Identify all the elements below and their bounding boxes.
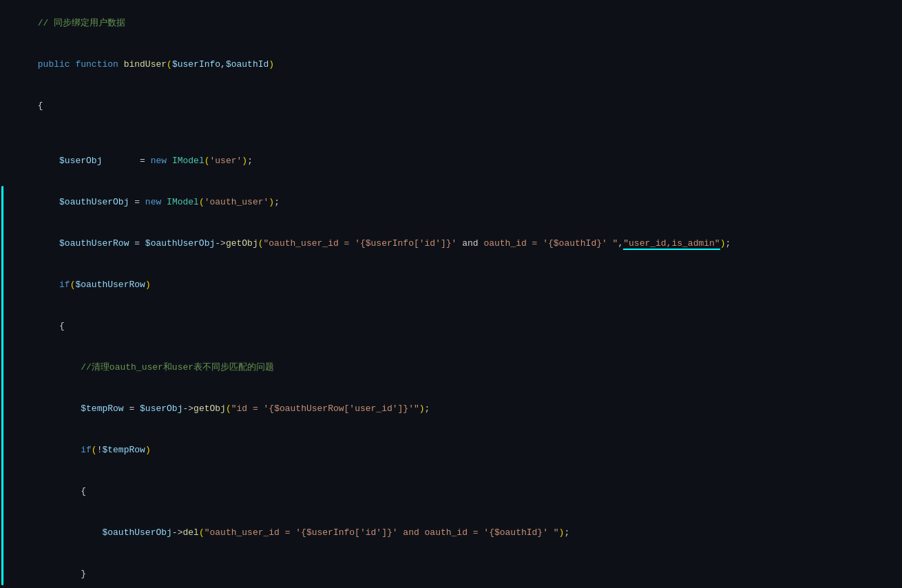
code-text [38, 280, 59, 290]
code-text: ( [258, 238, 264, 249]
code-line: if(!$tempRow) [0, 430, 902, 471]
code-text: getObj [226, 238, 258, 249]
code-line: $oauthUserObj = new IModel('oauth_user')… [0, 182, 902, 223]
code-text: if [59, 280, 70, 290]
code-text: $userObj [59, 156, 102, 166]
code-text [38, 362, 81, 372]
code-text: $userObj [140, 403, 182, 414]
code-text: "user_id,is_admin" [623, 238, 720, 250]
code-text: $oauthUserObj [102, 527, 171, 538]
code-text: { [38, 101, 43, 111]
code-text: ) [145, 280, 151, 290]
code-text [38, 197, 59, 207]
code-text: // 同步绑定用户数据 [38, 18, 125, 28]
code-line: } [0, 554, 902, 588]
code-text: ; [425, 403, 430, 414]
code-text [38, 445, 81, 455]
code-text [38, 403, 81, 414]
code-text: } [38, 569, 86, 579]
code-line: $oauthUserRow = $oauthUserObj->getObj("o… [0, 223, 902, 264]
code-line: { [0, 306, 902, 347]
code-text: $oauthUserObj [59, 197, 129, 207]
code-text: { [38, 486, 86, 496]
code-line: { [0, 471, 902, 512]
code-text: $oauthUserObj [145, 238, 215, 249]
code-line: $tempRow = $userObj->getObj("id = '{$oau… [0, 388, 902, 430]
code-text: 'oauth_user' [204, 197, 269, 207]
code-text: = [129, 238, 145, 249]
code-line: public function bindUser($userInfo,$oaut… [0, 44, 902, 85]
code-text: $userInfo [172, 59, 220, 70]
code-text [38, 156, 59, 166]
code-text: -> [172, 527, 183, 538]
code-text: if [81, 445, 92, 455]
code-text: oauth_id = '{$oauthId}' " [479, 238, 618, 249]
code-text: $oauthUserRow [75, 280, 145, 290]
code-text: ) [269, 197, 274, 207]
code-text: $tempRow [81, 403, 123, 414]
code-text: //清理oauth_user和user表不同步匹配的问题 [81, 362, 274, 372]
code-text: , [220, 59, 226, 70]
code-text: ) [145, 445, 151, 455]
code-text: ( [92, 445, 97, 455]
code-text: ( [204, 156, 210, 166]
code-line: $userObj = new IModel('user'); [0, 140, 902, 182]
code-text: getObj [193, 403, 226, 414]
code-text: $oauthId [226, 59, 269, 70]
code-text: ; [564, 527, 569, 538]
code-text: function [75, 59, 123, 70]
code-text: ; [247, 156, 253, 166]
code-text: new [145, 197, 167, 207]
code-text: "id = '{$oauthUserRow['user_id']}'" [231, 403, 419, 414]
code-line: // 同步绑定用户数据 [0, 3, 902, 44]
code-text: ; [274, 197, 280, 207]
code-container: // 同步绑定用户数据 public function bindUser($us… [0, 0, 902, 588]
code-text: ) [419, 403, 425, 414]
code-text: "oauth_user_id = '{$userInfo['id']}' and… [204, 527, 559, 538]
code-text: ( [226, 403, 231, 414]
code-text: new [151, 156, 172, 166]
code-text: -> [182, 403, 193, 414]
code-line: $oauthUserObj->del("oauth_user_id = '{$u… [0, 512, 902, 554]
code-line: if($oauthUserRow) [0, 264, 902, 306]
code-text: and [462, 238, 478, 249]
code-text: { [38, 321, 65, 331]
code-text: ) [269, 59, 274, 70]
code-text: $oauthUserRow [59, 238, 129, 249]
code-text: = [102, 156, 150, 166]
code-text: ( [199, 527, 204, 538]
code-text: ( [167, 59, 172, 70]
code-text: ) [242, 156, 247, 166]
code-text: "oauth_user_id = '{$userInfo['id']}' [264, 238, 463, 249]
code-text: bindUser [124, 59, 167, 70]
code-text: IModel [167, 197, 199, 207]
code-text: $tempRow [102, 445, 145, 455]
code-text: -> [215, 238, 226, 249]
code-text: = [124, 403, 140, 414]
code-text: 'user' [210, 156, 242, 166]
code-text [38, 527, 103, 538]
code-line: { [0, 85, 902, 127]
code-line [0, 127, 902, 140]
code-text: ( [199, 197, 204, 207]
code-line: //清理oauth_user和user表不同步匹配的问题 [0, 347, 902, 388]
code-text: del [182, 527, 198, 538]
code-text: public [38, 59, 76, 70]
code-text: IModel [172, 156, 204, 166]
code-text: ; [725, 238, 731, 249]
code-text [38, 238, 59, 249]
code-text: = [129, 197, 145, 207]
